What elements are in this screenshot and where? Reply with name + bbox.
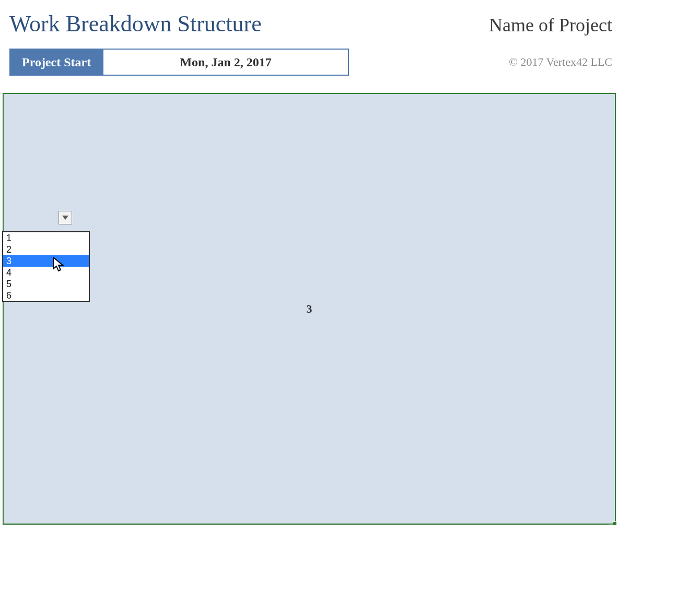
dropdown-option[interactable]: 3 — [3, 255, 89, 267]
project-start-box: Project Start Mon, Jan 2, 2017 — [9, 49, 349, 76]
page-root: Work Breakdown Structure Name of Project… — [0, 0, 619, 525]
cell-level[interactable]: 3 — [4, 205, 53, 231]
wbs-table: Level WBS Task Description Notes 11Phase… — [3, 93, 615, 524]
level-dropdown-list[interactable]: 123456 — [2, 231, 90, 302]
project-start-label: Project Start — [9, 49, 103, 76]
table-row: 31.2.1Task Level 3 Description — [4, 205, 615, 231]
svg-marker-1 — [53, 257, 63, 271]
copyright-text: © 2017 Vertex42 LLC — [509, 55, 612, 69]
header: Work Breakdown Structure Name of Project — [3, 10, 615, 49]
project-start-line: Project Start Mon, Jan 2, 2017 © 2017 Ve… — [3, 49, 615, 93]
table-body: 11Phase 121.1Task Level 2 Description21.… — [4, 125, 615, 524]
project-start-value[interactable]: Mon, Jan 2, 2017 — [103, 49, 349, 76]
cursor-icon — [51, 256, 68, 273]
dropdown-option[interactable]: 2 — [3, 244, 89, 255]
chevron-down-icon — [62, 213, 69, 222]
level-dropdown-button[interactable] — [59, 211, 72, 224]
selected-cell[interactable]: 3 — [4, 205, 53, 231]
dropdown-option[interactable]: 4 — [3, 267, 89, 278]
page-title: Work Breakdown Structure — [9, 10, 262, 37]
dropdown-option[interactable]: 1 — [3, 232, 89, 244]
dropdown-option[interactable]: 5 — [3, 278, 89, 290]
table-wrap: Level WBS Task Description Notes 11Phase… — [3, 93, 615, 524]
svg-marker-0 — [62, 216, 68, 220]
dropdown-option[interactable]: 6 — [3, 290, 89, 301]
project-name: Name of Project — [489, 14, 612, 36]
